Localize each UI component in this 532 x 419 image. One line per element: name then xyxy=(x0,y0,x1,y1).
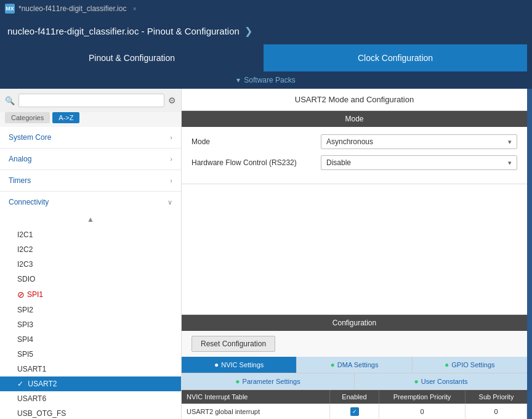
mode-settings: Mode Asynchronous ▾ Hardware Flow Contro… xyxy=(182,127,527,184)
sidebar-item-usb-otg-fs[interactable]: USB_OTG_FS xyxy=(0,406,181,419)
dropdown-arrow-icon: ▾ xyxy=(508,159,512,167)
sidebar-item-usart1[interactable]: USART1 xyxy=(0,362,181,376)
check-icon: ● xyxy=(331,360,335,369)
config-header: Configuration xyxy=(182,315,527,331)
sidebar-item-connectivity: Connectivity ∨ ▲ I2C1 I2C2 I2C3 SDIO ⊘ S… xyxy=(0,192,181,419)
mode-select[interactable]: Asynchronous ▾ xyxy=(321,134,517,149)
right-edge-top xyxy=(527,44,532,71)
nvic-preemption-cell: 0 xyxy=(379,404,465,419)
section-title: USART2 Mode and Configuration xyxy=(182,89,527,111)
sidebar-item-i2c2[interactable]: I2C2 xyxy=(0,242,181,257)
nvic-th-name: NVIC Interrupt Table xyxy=(182,390,330,404)
nvic-sub-priority-cell: 0 xyxy=(465,404,527,419)
search-icon: 🔍 xyxy=(5,96,15,105)
search-bar: 🔍 ⚙ xyxy=(0,89,181,112)
dropdown-arrow-icon: ▾ xyxy=(508,138,512,146)
tab-gpio-settings[interactable]: ● GPIO Settings xyxy=(413,357,527,373)
title-bar: MX *nucleo-f411re-digit_classifier.ioc × xyxy=(0,0,532,17)
search-input[interactable] xyxy=(18,94,164,107)
content-area: 🔍 ⚙ Categories A->Z System Core › Analog xyxy=(0,89,532,419)
sidebar-item-spi1[interactable]: ⊘ SPI1 xyxy=(0,287,181,303)
mode-label: Mode xyxy=(191,137,315,146)
sidebar-item-spi2[interactable]: SPI2 xyxy=(0,303,181,317)
right-edge-scrollbar[interactable] xyxy=(527,89,532,419)
config-tabs-row1: ● NVIC Settings ● DMA Settings ● GPIO Se… xyxy=(182,357,527,373)
check-icon: ● xyxy=(414,377,418,386)
settings-icon[interactable]: ⚙ xyxy=(168,96,176,105)
chevron-down-icon: ∨ xyxy=(167,198,172,206)
error-icon: ⊘ xyxy=(17,290,25,299)
connectivity-header[interactable]: Connectivity ∨ xyxy=(0,192,181,213)
sidebar-item-i2c3[interactable]: I2C3 xyxy=(0,257,181,272)
sidebar-item-usart2[interactable]: ✓ USART2 xyxy=(0,376,181,391)
check-icon: ✓ xyxy=(17,380,23,388)
nvic-th-preemption: Preemption Priority xyxy=(379,390,465,404)
tab-clock[interactable]: Clock Configuration xyxy=(264,44,527,71)
app-header-title: nucleo-f411re-digit_classifier.ioc - Pin… xyxy=(7,26,240,36)
sidebar-item-spi3[interactable]: SPI3 xyxy=(0,317,181,332)
sidebar-item-sdio[interactable]: SDIO xyxy=(0,272,181,287)
nvic-checkbox[interactable]: ✓ xyxy=(350,407,359,416)
tab-parameter-settings[interactable]: ● Parameter Settings xyxy=(182,373,355,389)
filter-tabs: Categories A->Z xyxy=(0,112,181,127)
chevron-right-icon: › xyxy=(170,155,172,163)
sidebar-item-i2c1[interactable]: I2C1 xyxy=(0,227,181,242)
app-icon: MX xyxy=(5,4,15,14)
hw-flow-label: Hardware Flow Control (RS232) xyxy=(191,158,315,167)
sidebar-list: System Core › Analog › Timers › Connecti… xyxy=(0,127,181,419)
right-scroll-edge xyxy=(527,89,532,106)
scroll-up-icon: ▲ xyxy=(87,215,94,224)
scroll-up-indicator[interactable]: ▲ xyxy=(0,213,181,226)
nvic-table: NVIC Interrupt Table Enabled Preemption … xyxy=(182,390,527,419)
software-packs-chevron: ▾ xyxy=(236,76,240,84)
table-row: USART2 global interrupt ✓ 0 0 xyxy=(182,404,527,419)
main-tabs: Pinout & Configuration Clock Configurati… xyxy=(0,44,532,71)
chevron-right-icon: › xyxy=(170,177,172,184)
sidebar-item-usart6[interactable]: USART6 xyxy=(0,391,181,406)
nvic-interrupt-name: USART2 global interrupt xyxy=(182,404,330,419)
nvic-table-header: NVIC Interrupt Table Enabled Preemption … xyxy=(182,390,527,404)
hw-flow-select[interactable]: Disable ▾ xyxy=(321,155,517,170)
config-section: Configuration Reset Configuration ● NVIC… xyxy=(182,314,527,419)
config-tabs-row2: ● Parameter Settings ● User Constants xyxy=(182,373,527,390)
tab-close-button[interactable]: × xyxy=(132,5,136,12)
check-icon: ● xyxy=(214,360,219,369)
hw-flow-control-row: Hardware Flow Control (RS232) Disable ▾ xyxy=(191,155,517,170)
filter-tab-categories[interactable]: Categories xyxy=(5,112,50,123)
sidebar: 🔍 ⚙ Categories A->Z System Core › Analog xyxy=(0,89,182,419)
config-spacer xyxy=(182,184,527,314)
sidebar-item-system-core[interactable]: System Core › xyxy=(0,127,181,148)
app-header: nucleo-f411re-digit_classifier.ioc - Pin… xyxy=(0,17,532,44)
software-packs-bar[interactable]: ▾ Software Packs xyxy=(0,71,532,89)
filter-tab-atoz[interactable]: A->Z xyxy=(52,112,79,123)
reset-config-button[interactable]: Reset Configuration xyxy=(191,336,275,352)
tab-nvic-settings[interactable]: ● NVIC Settings xyxy=(182,357,297,373)
app-header-arrow: ❯ xyxy=(244,25,252,37)
tab-pinout[interactable]: Pinout & Configuration xyxy=(0,44,264,71)
tab-label[interactable]: *nucleo-f411re-digit_classifier.ioc xyxy=(18,4,126,13)
sidebar-item-spi5[interactable]: SPI5 xyxy=(0,347,181,362)
chevron-right-icon: › xyxy=(170,134,172,141)
tab-user-constants[interactable]: ● User Constants xyxy=(355,373,527,389)
check-icon: ● xyxy=(235,377,240,386)
sidebar-item-analog[interactable]: Analog › xyxy=(0,148,181,170)
sidebar-item-spi4[interactable]: SPI4 xyxy=(0,332,181,347)
nvic-th-sub-priority: Sub Priority xyxy=(465,390,527,404)
mode-setting-row: Mode Asynchronous ▾ xyxy=(191,134,517,149)
sidebar-item-timers[interactable]: Timers › xyxy=(0,170,181,192)
nvic-th-enabled: Enabled xyxy=(330,390,379,404)
nvic-enabled-cell[interactable]: ✓ xyxy=(330,404,379,419)
check-icon: ● xyxy=(445,360,449,369)
connectivity-sub-items: I2C1 I2C2 I2C3 SDIO ⊘ SPI1 SPI2 SPI3 SPI… xyxy=(0,226,181,419)
software-packs-label: Software Packs xyxy=(244,76,295,84)
tab-dma-settings[interactable]: ● DMA Settings xyxy=(297,357,412,373)
mode-header: Mode xyxy=(182,111,527,127)
right-content: USART2 Mode and Configuration Mode Mode … xyxy=(182,89,527,419)
